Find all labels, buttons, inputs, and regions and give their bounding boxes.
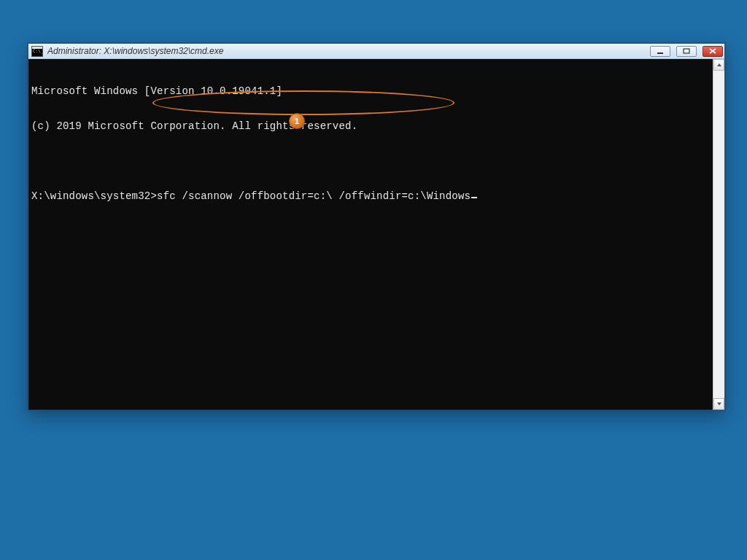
- svg-marker-4: [717, 63, 721, 66]
- command-text: sfc /scannow /offbootdir=c:\ /offwindir=…: [157, 190, 471, 202]
- vertical-scrollbar[interactable]: [713, 59, 724, 410]
- cmd-app-icon: [31, 46, 43, 57]
- scroll-down-button[interactable]: [713, 398, 724, 410]
- cmd-window: Administrator: X:\windows\system32\cmd.e…: [28, 43, 725, 411]
- svg-rect-1: [684, 49, 689, 53]
- window-title: Administrator: X:\windows\system32\cmd.e…: [47, 46, 223, 56]
- scrollbar-track[interactable]: [713, 71, 724, 398]
- svg-rect-0: [657, 52, 663, 54]
- chevron-up-icon: [716, 63, 722, 67]
- banner-line: Microsoft Windows [Version 10.0.19041.1]: [31, 85, 713, 97]
- desktop-background: Administrator: X:\windows\system32\cmd.e…: [0, 0, 747, 560]
- close-button[interactable]: [703, 46, 723, 57]
- prompt-text: X:\windows\system32>: [31, 190, 157, 202]
- minimize-button[interactable]: [650, 46, 670, 57]
- terminal-client-area[interactable]: Microsoft Windows [Version 10.0.19041.1]…: [28, 59, 724, 410]
- text-cursor: [471, 197, 477, 198]
- minimize-icon: [657, 48, 664, 54]
- maximize-button[interactable]: [676, 46, 697, 57]
- prompt-line: X:\windows\system32>sfc /scannow /offboo…: [31, 190, 713, 202]
- terminal-text[interactable]: Microsoft Windows [Version 10.0.19041.1]…: [31, 62, 713, 407]
- close-icon: [709, 48, 716, 54]
- window-titlebar[interactable]: Administrator: X:\windows\system32\cmd.e…: [28, 44, 724, 59]
- svg-marker-5: [717, 402, 721, 405]
- blank-line: [31, 155, 713, 167]
- maximize-icon: [683, 48, 690, 54]
- banner-line: (c) 2019 Microsoft Corporation. All righ…: [31, 120, 713, 132]
- scroll-up-button[interactable]: [713, 59, 724, 71]
- chevron-down-icon: [716, 402, 722, 406]
